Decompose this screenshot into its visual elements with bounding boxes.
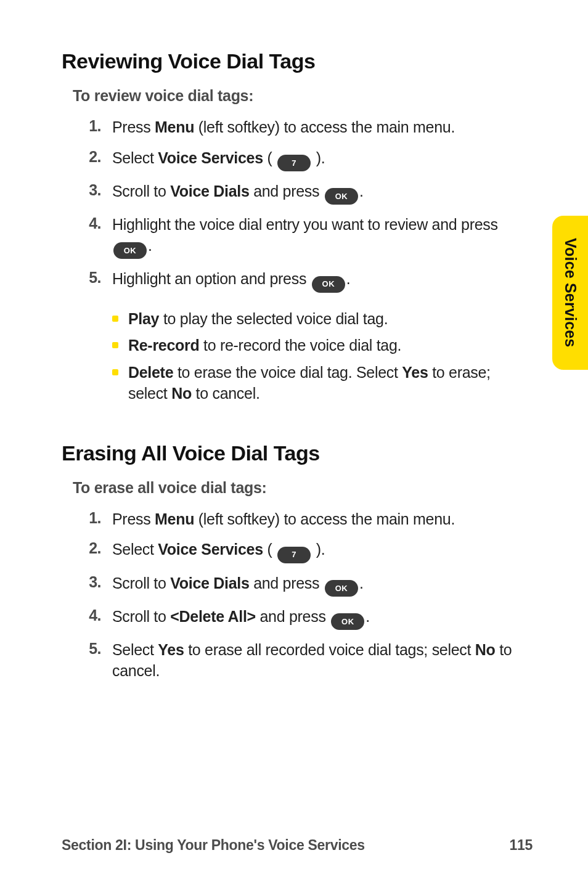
bold-term: Menu xyxy=(155,510,194,528)
bullet-text: Re-record to re-record the voice dial ta… xyxy=(128,335,533,356)
bullet-icon xyxy=(112,369,118,375)
bold-term: Voice Dials xyxy=(170,182,249,200)
step-number: 3. xyxy=(85,573,112,591)
list-item: 2.Select Voice Services ( 7 ). xyxy=(85,539,533,563)
7-key-icon: 7 xyxy=(277,155,311,171)
bold-term: Voice Services xyxy=(158,149,263,166)
list-item: 5.Highlight an option and press OK. xyxy=(85,269,533,292)
list-item: 5.Select Yes to erase all recorded voice… xyxy=(85,640,533,682)
footer-page-number: 115 xyxy=(510,837,533,854)
step-text: Highlight the voice dial entry you want … xyxy=(112,214,533,259)
bold-term: Play xyxy=(128,310,159,327)
list-item: 1.Press Menu (left softkey) to access th… xyxy=(85,509,533,530)
list-item: Play to play the selected voice dial tag… xyxy=(85,303,533,410)
content: Reviewing Voice Dial TagsTo review voice… xyxy=(62,49,533,682)
steps-list: 1.Press Menu (left softkey) to access th… xyxy=(85,117,533,410)
section-heading: Reviewing Voice Dial Tags xyxy=(62,49,533,73)
side-tab: Voice Services xyxy=(552,216,588,370)
step-text: Highlight an option and press OK. xyxy=(112,269,533,292)
step-number: 4. xyxy=(85,214,112,232)
bold-term: <Delete All> xyxy=(170,608,256,625)
bold-term: Delete xyxy=(128,364,173,381)
section-heading: Erasing All Voice Dial Tags xyxy=(62,441,533,465)
step-text: Press Menu (left softkey) to access the … xyxy=(112,509,533,530)
bold-term: Voice Services xyxy=(158,541,263,558)
bullet-icon xyxy=(112,316,118,322)
step-text: Scroll to Voice Dials and press OK. xyxy=(112,573,533,597)
list-item: 2.Select Voice Services ( 7 ). xyxy=(85,148,533,171)
list-item: Delete to erase the voice dial tag. Sele… xyxy=(112,362,533,404)
bold-term: Re-record xyxy=(128,337,199,354)
section-subheading: To review voice dial tags: xyxy=(73,87,533,105)
bullet-icon xyxy=(112,342,118,348)
list-item: 4.Scroll to <Delete All> and press OK. xyxy=(85,606,533,630)
ok-key-icon: OK xyxy=(325,580,358,597)
step-text: Select Voice Services ( 7 ). xyxy=(112,539,533,563)
bold-term: Yes xyxy=(402,364,428,381)
bullet-list: Play to play the selected voice dial tag… xyxy=(112,309,533,404)
footer-section-label: Section 2I: Using Your Phone's Voice Ser… xyxy=(62,837,365,854)
step-text: Scroll to <Delete All> and press OK. xyxy=(112,606,533,630)
list-item: 1.Press Menu (left softkey) to access th… xyxy=(85,117,533,138)
list-item: Re-record to re-record the voice dial ta… xyxy=(112,335,533,356)
step-number: 5. xyxy=(85,640,112,658)
7-key-icon: 7 xyxy=(277,547,311,563)
bold-term: Menu xyxy=(155,118,194,136)
step-text: Select Yes to erase all recorded voice d… xyxy=(112,640,533,682)
step-number: 2. xyxy=(85,539,112,557)
step-text: Select Voice Services ( 7 ). xyxy=(112,148,533,171)
step-number: 5. xyxy=(85,269,112,287)
page-footer: Section 2I: Using Your Phone's Voice Ser… xyxy=(62,837,533,854)
step-number: 2. xyxy=(85,148,112,166)
step-number: 4. xyxy=(85,606,112,624)
bold-term: Yes xyxy=(158,641,184,658)
list-item: 4.Highlight the voice dial entry you wan… xyxy=(85,214,533,259)
step-text: Scroll to Voice Dials and press OK. xyxy=(112,181,533,205)
step-number: 1. xyxy=(85,117,112,135)
steps-list: 1.Press Menu (left softkey) to access th… xyxy=(85,509,533,682)
list-item: 3.Scroll to Voice Dials and press OK. xyxy=(85,181,533,205)
ok-key-icon: OK xyxy=(113,242,147,259)
bold-term: No xyxy=(475,641,496,658)
list-item: 3.Scroll to Voice Dials and press OK. xyxy=(85,573,533,597)
step-number: 1. xyxy=(85,509,112,527)
step-number: 3. xyxy=(85,181,112,199)
bold-term: No xyxy=(171,385,192,402)
page-root: Voice Services Reviewing Voice Dial Tags… xyxy=(0,0,588,882)
ok-key-icon: OK xyxy=(331,613,364,630)
side-tab-label: Voice Services xyxy=(561,238,579,347)
section-subheading: To erase all voice dial tags: xyxy=(73,479,533,497)
ok-key-icon: OK xyxy=(325,188,358,205)
list-item: Play to play the selected voice dial tag… xyxy=(112,309,533,330)
ok-key-icon: OK xyxy=(312,276,345,293)
step-text: Press Menu (left softkey) to access the … xyxy=(112,117,533,138)
bold-term: Voice Dials xyxy=(170,574,249,592)
bullet-text: Play to play the selected voice dial tag… xyxy=(128,309,533,330)
bullet-text: Delete to erase the voice dial tag. Sele… xyxy=(128,362,533,404)
